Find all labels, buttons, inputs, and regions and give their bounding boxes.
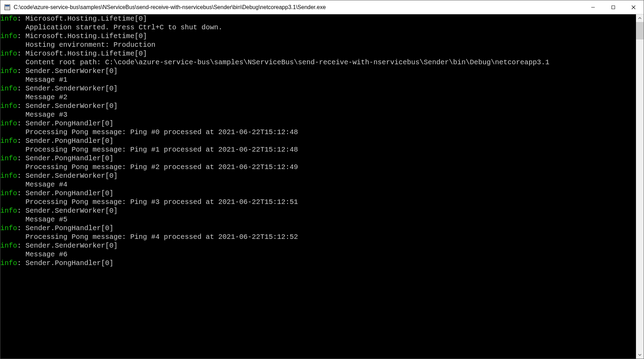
- log-message: Processing Pong message: Ping #0 process…: [0, 128, 636, 137]
- log-line: info: Sender.SenderWorker[0]: [0, 171, 636, 180]
- log-line: info: Sender.PongHandler[0]: [0, 224, 636, 233]
- log-level: info: [0, 259, 17, 267]
- log-source: : Sender.PongHandler[0]: [17, 259, 114, 267]
- log-level: info: [0, 189, 17, 197]
- log-message: Processing Pong message: Ping #4 process…: [0, 233, 636, 241]
- scroll-down-arrow[interactable]: [636, 351, 644, 359]
- log-source: : Sender.SenderWorker[0]: [17, 85, 118, 93]
- log-line: info: Sender.SenderWorker[0]: [0, 84, 636, 93]
- svg-rect-3: [5, 6, 9, 9]
- vertical-scrollbar[interactable]: [636, 14, 644, 359]
- log-message: Message #4: [0, 180, 636, 189]
- log-line: info: Sender.SenderWorker[0]: [0, 102, 636, 110]
- console-area: info: Microsoft.Hosting.Lifetime[0] Appl…: [0, 14, 644, 359]
- log-message: Message #3: [0, 110, 636, 119]
- log-line: info: Sender.PongHandler[0]: [0, 189, 636, 198]
- log-source: : Microsoft.Hosting.Lifetime[0]: [17, 32, 147, 40]
- minimize-button[interactable]: [583, 0, 603, 14]
- log-message: Message #6: [0, 250, 636, 259]
- svg-rect-5: [612, 6, 615, 9]
- log-source: : Sender.PongHandler[0]: [17, 137, 114, 145]
- log-line: info: Sender.PongHandler[0]: [0, 259, 636, 268]
- log-source: : Sender.PongHandler[0]: [17, 224, 114, 232]
- log-level: info: [0, 119, 17, 127]
- log-source: : Sender.PongHandler[0]: [17, 154, 114, 162]
- log-message: Message #5: [0, 215, 636, 224]
- log-line: info: Microsoft.Hosting.Lifetime[0]: [0, 32, 636, 41]
- log-source: : Microsoft.Hosting.Lifetime[0]: [17, 50, 147, 58]
- log-line: info: Sender.PongHandler[0]: [0, 154, 636, 163]
- log-source: : Sender.SenderWorker[0]: [17, 102, 118, 110]
- log-line: info: Microsoft.Hosting.Lifetime[0]: [0, 14, 636, 23]
- log-message: Processing Pong message: Ping #2 process…: [0, 163, 636, 171]
- log-level: info: [0, 102, 17, 110]
- console-window: C:\code\azure-service-bus\samples\NServi…: [0, 0, 644, 359]
- log-message: Hosting environment: Production: [0, 41, 636, 49]
- log-source: : Sender.SenderWorker[0]: [17, 207, 118, 215]
- log-line: info: Sender.PongHandler[0]: [0, 137, 636, 145]
- log-level: info: [0, 67, 17, 75]
- log-level: info: [0, 172, 17, 180]
- console-output[interactable]: info: Microsoft.Hosting.Lifetime[0] Appl…: [0, 14, 636, 359]
- log-level: info: [0, 154, 17, 162]
- log-line: info: Sender.PongHandler[0]: [0, 119, 636, 128]
- log-message: Processing Pong message: Ping #3 process…: [0, 198, 636, 206]
- close-button[interactable]: [623, 0, 644, 14]
- log-level: info: [0, 32, 17, 40]
- app-icon: [4, 4, 11, 11]
- maximize-button[interactable]: [603, 0, 623, 14]
- log-message: Message #2: [0, 93, 636, 102]
- log-line: info: Sender.SenderWorker[0]: [0, 241, 636, 250]
- log-line: info: Sender.SenderWorker[0]: [0, 67, 636, 75]
- log-source: : Microsoft.Hosting.Lifetime[0]: [17, 15, 147, 23]
- log-level: info: [0, 207, 17, 215]
- log-line: info: Sender.SenderWorker[0]: [0, 206, 636, 215]
- scroll-track[interactable]: [636, 22, 644, 351]
- log-source: : Sender.PongHandler[0]: [17, 189, 114, 197]
- scroll-thumb[interactable]: [636, 22, 644, 39]
- log-message: Content root path: C:\code\azure-service…: [0, 58, 636, 67]
- scroll-up-arrow[interactable]: [636, 14, 644, 22]
- log-level: info: [0, 137, 17, 145]
- log-source: : Sender.PongHandler[0]: [17, 119, 114, 127]
- log-level: info: [0, 50, 17, 58]
- log-message: Message #1: [0, 75, 636, 84]
- log-message: Processing Pong message: Ping #1 process…: [0, 145, 636, 154]
- log-source: : Sender.SenderWorker[0]: [17, 67, 118, 75]
- log-source: : Sender.SenderWorker[0]: [17, 172, 118, 180]
- svg-rect-2: [5, 5, 9, 6]
- log-line: info: Microsoft.Hosting.Lifetime[0]: [0, 49, 636, 58]
- titlebar[interactable]: C:\code\azure-service-bus\samples\NServi…: [0, 0, 644, 14]
- log-level: info: [0, 15, 17, 23]
- log-level: info: [0, 85, 17, 93]
- window-controls: [583, 0, 644, 14]
- log-source: : Sender.SenderWorker[0]: [17, 242, 118, 250]
- log-message: Application started. Press Ctrl+C to shu…: [0, 23, 636, 32]
- window-title: C:\code\azure-service-bus\samples\NServi…: [14, 4, 583, 10]
- log-level: info: [0, 224, 17, 232]
- log-level: info: [0, 242, 17, 250]
